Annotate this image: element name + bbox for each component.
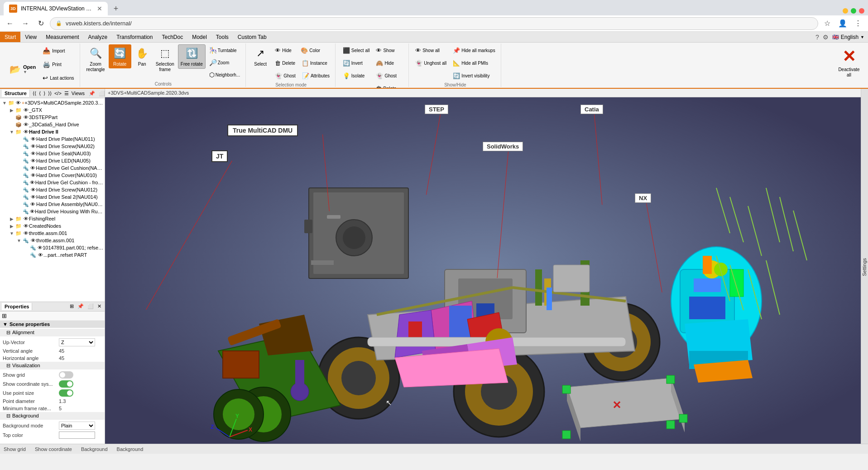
- tree-item-hd-seal[interactable]: 🔩 👁 Hard Drive Seal(NAU03): [0, 150, 105, 157]
- ribbon-btn-hide[interactable]: 👁 Hide: [272, 44, 297, 56]
- menu-techdoc[interactable]: TechDoc: [157, 32, 187, 42]
- ribbon-btn-import[interactable]: 📥 Import: [40, 44, 77, 57]
- refresh-button[interactable]: ↻: [34, 17, 47, 30]
- tree-item-hd-gel[interactable]: 🔩 👁 Hard Drive Gel Cushion(NAU09): [0, 164, 105, 172]
- tree-item-hd-gel-front[interactable]: 🔩 👁 Hard Drive Gel Cushion - front(NAU..…: [0, 179, 105, 186]
- tree-item-hd-screw[interactable]: 🔩 👁 Hard Drive Screw(NAU02): [0, 143, 105, 150]
- use-point-size-toggle[interactable]: [59, 389, 73, 397]
- eye-throttle[interactable]: 👁: [23, 230, 29, 236]
- tree-item-hd-plate[interactable]: 🔩 👁 Hard Drive Plate(NAU011): [0, 135, 105, 143]
- show-coord-toggle[interactable]: [59, 380, 73, 388]
- address-bar[interactable]: 🔒 vsweb.kisters.de/internal/: [50, 17, 818, 30]
- tree-view[interactable]: ▼ 📁 👁 + +3DVS+MultiCADSample.2020.3dvs ▶…: [0, 98, 105, 302]
- tree-item-catia5[interactable]: 📦 👁 _3DCatia5_Hard Drive: [0, 121, 105, 128]
- tree-item-hd-housing[interactable]: 🔩 👁 Hard Drive Housing With Rubber Cor..…: [0, 208, 105, 215]
- structure-tool-nav3[interactable]: ⟩: [43, 90, 46, 97]
- eye-hd-cover[interactable]: 👁: [30, 172, 36, 178]
- menu-button[interactable]: ⋮: [852, 17, 864, 30]
- ribbon-btn-deactivate-all[interactable]: ✕ Deactivateall: [835, 45, 863, 80]
- eye-hd-seal2[interactable]: 👁: [30, 194, 36, 200]
- ribbon-btn-hide-all-markups[interactable]: 📌 Hide all markups: [450, 44, 498, 56]
- minimize-button[interactable]: [843, 8, 848, 14]
- tree-item-hd-assembly[interactable]: 🔩 👁 Hard Drive Assembly(NAU013): [0, 201, 105, 208]
- menu-tools[interactable]: Tools: [211, 32, 233, 42]
- help-icon[interactable]: ?: [815, 34, 819, 41]
- ribbon-btn-zoom[interactable]: 🔎 Zoom: [206, 57, 243, 68]
- active-tab[interactable]: 3D INTERNAL 3DViewStation WebV... ✕: [4, 2, 108, 15]
- menu-start[interactable]: Start: [0, 32, 20, 42]
- ribbon-btn-ghost2[interactable]: 👻 Ghost: [373, 70, 405, 82]
- menu-model[interactable]: Model: [187, 32, 211, 42]
- ribbon-btn-select[interactable]: ↗ Select: [249, 44, 271, 82]
- ribbon-btn-zoom-rect[interactable]: 🔍 Zoomrectangle: [84, 44, 108, 74]
- structure-views-tab[interactable]: Views: [70, 90, 86, 97]
- visualization-header[interactable]: ⊟ Visualization: [0, 362, 105, 369]
- eye-hd-led[interactable]: 👁: [30, 158, 36, 164]
- expand-gtx[interactable]: ▶: [9, 107, 14, 113]
- structure-pin-icon[interactable]: 📌: [87, 90, 96, 97]
- menu-measurement[interactable]: Measurement: [41, 32, 83, 42]
- alignment-header[interactable]: ⊟ Alignment: [0, 329, 105, 336]
- tree-item-steppart[interactable]: 📦 👁 3DSTEPPart: [0, 114, 105, 121]
- eye-part-001[interactable]: 👁: [37, 245, 43, 251]
- ribbon-btn-delete[interactable]: 🗑 Delete: [272, 57, 298, 69]
- ribbon-btn-turntable[interactable]: 🎠 Turntable: [206, 44, 243, 56]
- eye-part-002[interactable]: 👁: [37, 252, 43, 258]
- upvector-select[interactable]: ZYX: [59, 338, 95, 346]
- props-close-icon[interactable]: ✕: [96, 303, 103, 310]
- menu-analyze[interactable]: Analyze: [84, 32, 112, 42]
- tree-item-root[interactable]: ▼ 📁 👁 + +3DVS+MultiCADSample.2020.3dvs: [0, 99, 105, 106]
- eye-root[interactable]: 👁: [15, 100, 22, 106]
- ribbon-btn-color[interactable]: 🎨 Color: [298, 44, 323, 56]
- eye-hd-seal[interactable]: 👁: [30, 150, 36, 157]
- eye-hd-screw12[interactable]: 👁: [30, 187, 36, 193]
- tree-item-throttle-sub[interactable]: ▼ 🔩 👁 throttle.assm.001: [0, 237, 105, 244]
- bookmark-button[interactable]: ☆: [821, 17, 834, 30]
- ribbon-btn-rotate[interactable]: 🔄 Rotate: [109, 44, 131, 68]
- tree-item-hd-screw12[interactable]: 🔩 👁 Hard Drive Screw(NAU012): [0, 186, 105, 193]
- structure-tab[interactable]: Structure: [2, 90, 30, 97]
- eye-steppart[interactable]: 👁: [23, 114, 29, 120]
- ribbon-btn-print[interactable]: 🖨️ Print: [40, 58, 77, 71]
- ribbon-btn-selection-frame[interactable]: ⬚ Selectionframe: [153, 44, 177, 74]
- properties-tab[interactable]: Properties: [2, 303, 32, 310]
- ribbon-btn-delete2[interactable]: 🗑 Delete: [373, 82, 405, 89]
- tab-close-icon[interactable]: ✕: [97, 5, 102, 12]
- structure-tool-nav1[interactable]: ⟨⟨: [32, 90, 37, 97]
- ribbon-btn-invert-visibility[interactable]: 🔄 Invert visibility: [450, 70, 498, 82]
- expand-fishingreel[interactable]: ▶: [9, 216, 14, 221]
- ribbon-btn-ghost[interactable]: 👻 Ghost: [272, 70, 298, 82]
- tree-item-fishingreel[interactable]: ▶ 📁 👁 FishingReel: [0, 215, 105, 222]
- 3d-viewport[interactable]: ✕ X Y Z ↖ STEP Catia True MultiCAD: [105, 97, 861, 444]
- menu-custom-tab[interactable]: Custom Tab: [233, 32, 271, 42]
- eye-hd-gel[interactable]: 👁: [30, 165, 36, 171]
- profile-button[interactable]: 👤: [836, 17, 849, 30]
- eye-hd2[interactable]: 👁: [23, 129, 29, 135]
- eye-hd-housing[interactable]: 👁: [30, 208, 35, 215]
- ribbon-btn-undo[interactable]: ↶ Undo: [40, 85, 77, 89]
- eye-catia5[interactable]: 👁: [23, 121, 29, 128]
- structure-tool-menu[interactable]: ☰: [63, 90, 70, 97]
- ribbon-btn-hide2[interactable]: 🙈 Hide: [373, 57, 405, 69]
- ribbon-btn-hide-all-pmis[interactable]: 📐 Hide all PMIs: [450, 57, 498, 69]
- ribbon-btn-neighbors[interactable]: ⬡ Neighborh...: [206, 69, 243, 81]
- forward-button[interactable]: →: [19, 17, 32, 30]
- ribbon-btn-open[interactable]: 📂 Open ▼: [5, 44, 39, 89]
- props-pin-icon[interactable]: 📌: [76, 303, 85, 310]
- expand-creatednodes[interactable]: ▶: [9, 223, 14, 229]
- language-selector[interactable]: 🇬🇧 English ▼: [832, 34, 864, 40]
- ribbon-btn-last-actions[interactable]: ↩ Last actions: [40, 72, 77, 84]
- tree-item-part-001[interactable]: 🔩 👁 10147891.part.001; refset PART: [0, 244, 105, 251]
- menu-transformation[interactable]: Transformation: [112, 32, 157, 42]
- ribbon-btn-pan[interactable]: ✋ Pan: [132, 44, 152, 68]
- tree-item-gtx[interactable]: ▶ 📁 👁 _GTX: [0, 106, 105, 114]
- tree-item-creatednodes[interactable]: ▶ 📁 👁 CreatedNodes: [0, 222, 105, 230]
- ribbon-btn-free-rotate[interactable]: 🔃 Free rotate: [178, 44, 206, 69]
- settings-sidebar[interactable]: Settings: [861, 89, 868, 444]
- structure-tool-nav2[interactable]: ⟨: [38, 90, 42, 97]
- eye-hd-assembly[interactable]: 👁: [30, 201, 36, 207]
- eye-gtx[interactable]: 👁: [23, 107, 29, 113]
- ribbon-btn-isolate[interactable]: 💡 Isolate: [340, 70, 373, 82]
- structure-maximize-icon[interactable]: ⬜: [97, 90, 105, 97]
- eye-creatednodes[interactable]: 👁: [23, 223, 29, 229]
